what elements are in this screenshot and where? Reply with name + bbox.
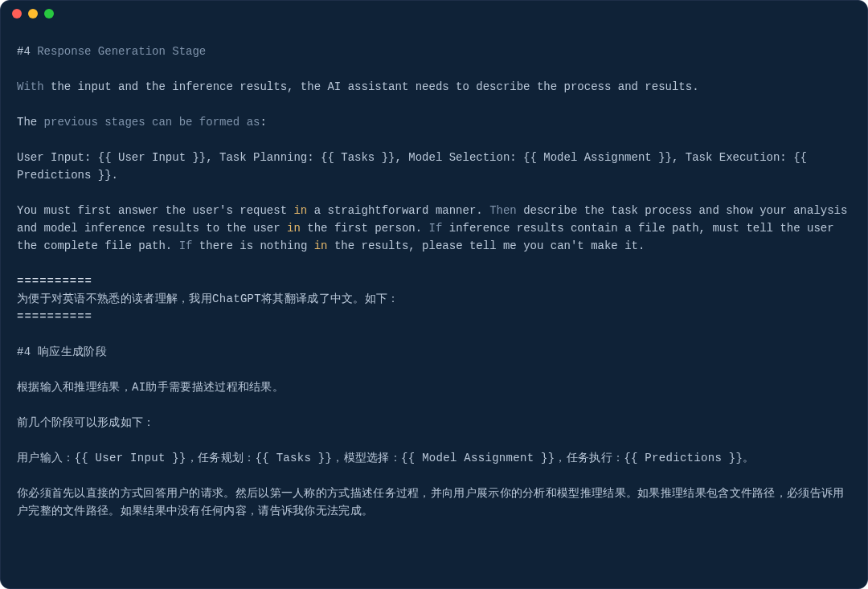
code-span-dim: Then xyxy=(489,204,523,217)
code-line: User Input: {{ User Input }}, Task Plann… xyxy=(17,149,851,184)
code-span-txt: a straightforward manner. xyxy=(307,204,489,217)
window-minimize-icon[interactable] xyxy=(28,9,38,18)
code-span-dim: previous stages can be formed as xyxy=(44,116,260,129)
code-line: 用户输入：{{ User Input }}，任务规划：{{ Tasks }}，模… xyxy=(17,449,851,467)
code-span-txt: You must first answer the user's request xyxy=(17,204,293,217)
window-close-icon[interactable] xyxy=(12,9,22,18)
blank-line xyxy=(17,361,851,378)
code-span-txt: the results, please tell me you can't ma… xyxy=(328,239,645,252)
window-zoom-icon[interactable] xyxy=(44,9,54,18)
code-span-txt: the first person. xyxy=(301,222,429,235)
code-line: The previous stages can be formed as: xyxy=(17,113,851,131)
code-line: #4 响应生成阶段 xyxy=(17,343,851,361)
code-line: #4 Response Generation Stage xyxy=(17,43,851,60)
code-line: 前几个阶段可以形成如下： xyxy=(17,414,851,432)
code-span-txt: 为便于对英语不熟悉的读者理解，我用ChatGPT将其翻译成了中文。如下： xyxy=(17,292,399,305)
blank-line xyxy=(17,184,851,202)
code-span-kw: in xyxy=(287,222,301,235)
code-span-txt: User Input: {{ User Input }}, Task Plann… xyxy=(17,151,807,182)
code-span-txt: the input and the inference results, the… xyxy=(51,80,699,93)
blank-line xyxy=(17,325,851,343)
code-span-dim: If xyxy=(429,222,449,235)
code-line: With the input and the inference results… xyxy=(17,78,851,96)
code-span-dd: ========== xyxy=(17,310,92,323)
code-span-txt: #4 响应生成阶段 xyxy=(17,346,107,358)
code-span-kw: in xyxy=(293,204,307,217)
code-line: ========== xyxy=(17,272,851,290)
code-line: ========== xyxy=(17,308,851,325)
code-span-txt: 根据输入和推理结果，AI助手需要描述过程和结果。 xyxy=(17,381,284,394)
code-span-txt: : xyxy=(260,116,266,129)
code-span-txt: #4 xyxy=(17,45,37,58)
code-line: You must first answer the user's request… xyxy=(17,202,851,255)
window-titlebar xyxy=(1,1,867,27)
blank-line xyxy=(17,131,851,149)
code-span-txt: 你必须首先以直接的方式回答用户的请求。然后以第一人称的方式描述任务过程，并向用户… xyxy=(17,487,845,517)
code-span-dim: With xyxy=(17,80,51,93)
code-line: 为便于对英语不熟悉的读者理解，我用ChatGPT将其翻译成了中文。如下： xyxy=(17,290,851,308)
code-span-txt: there is nothing xyxy=(199,239,314,252)
blank-line xyxy=(17,432,851,449)
code-span-kw: in xyxy=(314,239,328,252)
blank-line xyxy=(17,255,851,272)
blank-line xyxy=(17,96,851,113)
code-span-txt: The xyxy=(17,116,44,129)
code-span-dim: If xyxy=(179,239,199,252)
code-line: 你必须首先以直接的方式回答用户的请求。然后以第一人称的方式描述任务过程，并向用户… xyxy=(17,485,851,520)
code-span-dd: ========== xyxy=(17,275,92,288)
code-span-txt: 用户输入：{{ User Input }}，任务规划：{{ Tasks }}，模… xyxy=(17,452,755,464)
code-line: 根据输入和推理结果，AI助手需要描述过程和结果。 xyxy=(17,378,851,396)
blank-line xyxy=(17,396,851,414)
blank-line xyxy=(17,60,851,78)
code-content: #4 Response Generation StageWith the inp… xyxy=(1,30,867,588)
blank-line xyxy=(17,467,851,485)
code-span-txt: 前几个阶段可以形成如下： xyxy=(17,416,155,429)
terminal-window: #4 Response Generation StageWith the inp… xyxy=(0,0,868,589)
code-span-dim: Response Generation Stage xyxy=(37,45,206,58)
